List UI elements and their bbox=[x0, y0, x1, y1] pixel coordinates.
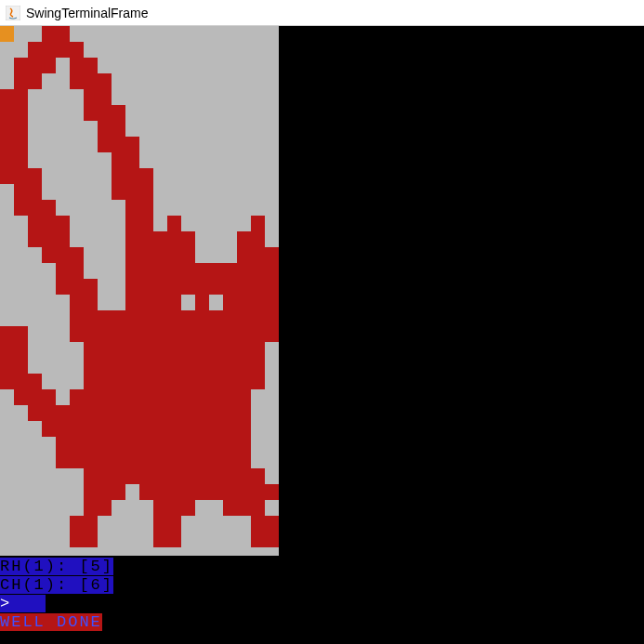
terminal-client-area: RH(1): [5]CH(1): [6]> WELL DONE bbox=[0, 26, 644, 644]
java-icon bbox=[6, 6, 20, 20]
window-titlebar[interactable]: SwingTerminalFrame bbox=[0, 0, 644, 26]
window-title: SwingTerminalFrame bbox=[26, 6, 148, 20]
terminal-line: CH(1): [6] bbox=[0, 576, 644, 595]
terminal-output: RH(1): [5]CH(1): [6]> WELL DONE bbox=[0, 558, 644, 632]
terminal-line: RH(1): [5] bbox=[0, 558, 644, 576]
terminal-line: WELL DONE bbox=[0, 613, 644, 632]
pixel-art-cat bbox=[0, 26, 279, 556]
terminal-line: > bbox=[0, 595, 644, 613]
